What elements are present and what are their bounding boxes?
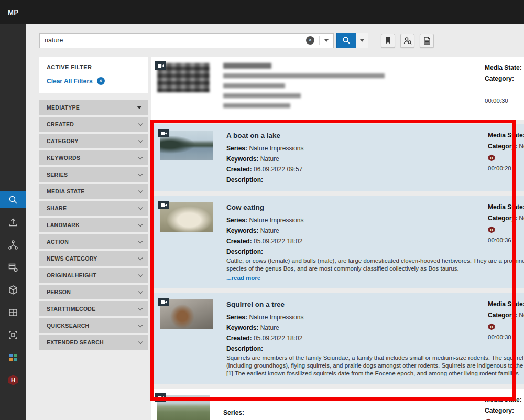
card-text: Squirrel on a treeSeries: Nature Impress…: [226, 299, 524, 378]
user-search-button[interactable]: [400, 34, 414, 48]
filter-group-label: STARTTIMECODE: [47, 306, 139, 312]
filter-group-label: MEDIA STATE: [47, 188, 139, 195]
media-info: Media State:Category: NeH00:00:36: [488, 202, 524, 246]
filter-group-originalheight[interactable]: ORIGINALHEIGHT: [39, 268, 148, 283]
series-line: Series: Nature Impressions: [226, 312, 524, 322]
category-label: Category:: [488, 143, 517, 150]
filter-group-label: LANDMARK: [47, 222, 139, 228]
result-thumbnail[interactable]: [157, 63, 210, 113]
result-title: A boat on a lake: [226, 131, 524, 141]
broadcaster-logo-icon: H: [488, 321, 524, 332]
brand-hexagon-icon: H: [7, 374, 19, 386]
active-filter-title: ACTIVE FILTER: [47, 64, 141, 70]
category-label: Category:: [485, 407, 514, 414]
filter-group-person[interactable]: PERSON: [39, 285, 148, 299]
keywords-label: Keywords:: [226, 324, 258, 331]
keywords-value: Nature: [260, 155, 279, 163]
sidebar-upload-button[interactable]: [0, 213, 26, 231]
filter-group-news-category[interactable]: NEWS CATEGORY: [39, 251, 148, 266]
document-button[interactable]: [420, 34, 434, 48]
description-line-label: Description:: [226, 175, 524, 185]
filter-group-media-state[interactable]: MEDIA STATE: [39, 184, 148, 199]
created-line: Created: 05.09.2022 18:02: [226, 236, 524, 246]
user-search-icon: [403, 37, 412, 45]
broadcaster-logo-icon: H: [485, 416, 524, 420]
description-text-line: Cattle, or cows (female) and bulls (male…: [226, 257, 524, 265]
search-button[interactable]: [336, 33, 356, 48]
search-input[interactable]: [45, 37, 306, 44]
sidebar-workflow-button[interactable]: [0, 236, 26, 253]
series-line: Series: Nature Impressions: [226, 215, 524, 225]
search-suggestions-caret-icon[interactable]: [319, 36, 329, 45]
media-info: Media State:Category: H: [485, 394, 524, 420]
series-value: Nature Impressions: [249, 314, 303, 321]
category-line: Category:: [485, 73, 524, 84]
chevron-down-icon: [138, 255, 143, 260]
redacted-line: [223, 93, 301, 98]
sidebar-brand-hexagon-button[interactable]: H: [0, 371, 26, 389]
filter-group-quicksearch[interactable]: QUICKSEARCH: [39, 318, 148, 333]
broadcaster-logo-icon: H: [488, 152, 524, 163]
media-info: Media State:Category: NeH00:00:20: [488, 130, 524, 174]
filter-panel: ACTIVE FILTER Clear All Filters × MEDIAT…: [39, 57, 148, 352]
filter-group-extended-search[interactable]: EXTENDED SEARCH: [39, 335, 148, 350]
filter-group-created[interactable]: CREATED: [39, 117, 148, 132]
result-card-a-boat-on-a-lake[interactable]: A boat on a lakeSeries: Nature Impressio…: [151, 124, 524, 191]
sidebar-cube-button[interactable]: [0, 281, 26, 298]
created-line: Created: 06.09.2022 09:57: [226, 164, 524, 175]
sidebar-qr-scan-button[interactable]: [0, 326, 26, 343]
filter-group-action[interactable]: ACTION: [39, 234, 148, 249]
filter-group-label: KEYWORDS: [47, 155, 139, 161]
video-camera-badge-icon: [158, 129, 169, 137]
chevron-down-icon: [138, 171, 143, 176]
keywords-value: Nature: [260, 227, 279, 234]
search-options-caret-button[interactable]: [356, 33, 368, 48]
chevron-down-icon: [138, 121, 143, 125]
result-thumbnail[interactable]: [160, 299, 213, 378]
filter-group-category[interactable]: CATEGORY: [39, 134, 148, 148]
result-thumbnail[interactable]: [160, 202, 213, 282]
caret-down-icon: [137, 106, 142, 109]
top-bar: MP: [0, 0, 524, 24]
sidebar-apps-mosaic-button[interactable]: [0, 349, 26, 366]
result-thumbnail[interactable]: [157, 395, 210, 420]
cube-icon: [8, 285, 18, 295]
sidebar-search-button[interactable]: [0, 191, 26, 208]
filter-group-share[interactable]: SHARE: [39, 201, 148, 216]
result-thumbnail[interactable]: [160, 131, 213, 185]
bookmark-button[interactable]: [381, 34, 395, 48]
result-title: Cow eating: [226, 202, 524, 213]
spacer-line: [485, 84, 524, 95]
sidebar-storyboard-button[interactable]: [0, 304, 26, 321]
svg-text:H: H: [490, 156, 493, 159]
series-value: Nature Impressions: [249, 217, 303, 224]
result-card-squirrel-on-a-tree[interactable]: Squirrel on a treeSeries: Nature Impress…: [151, 293, 524, 384]
result-card-cow-eating[interactable]: Cow eatingSeries: Nature ImpressionsKeyw…: [151, 196, 524, 288]
read-more-link[interactable]: ...read more: [226, 274, 524, 282]
media-gear-icon: [8, 262, 18, 273]
sidebar-media-gear-button[interactable]: [0, 259, 26, 276]
filter-group-label: ORIGINALHEIGHT: [47, 272, 139, 278]
search-toolbar: ×: [39, 33, 434, 48]
result-card-partial[interactable]: Series: Keywords: Media State:Category: …: [151, 389, 524, 420]
series-label: Series:: [226, 217, 247, 224]
result-title: [223, 395, 524, 405]
result-card-redacted[interactable]: Media State:Category: 00:00:30: [151, 57, 524, 120]
clear-search-icon[interactable]: ×: [306, 36, 314, 45]
created-value: 05.09.2022 18:02: [254, 335, 302, 342]
filter-group-landmark[interactable]: LANDMARK: [39, 218, 148, 232]
created-line: Created: 05.09.2022 18:02: [226, 333, 524, 343]
filter-group-keywords[interactable]: KEYWORDS: [39, 150, 148, 165]
media-info: Media State:Category: 00:00:30: [485, 62, 524, 106]
storyboard-icon: [8, 307, 18, 318]
filter-group-mediatype[interactable]: MEDIATYPE: [39, 100, 148, 115]
filter-group-starttimecode[interactable]: STARTTIMECODE: [39, 301, 148, 316]
upload-icon: [8, 217, 18, 228]
card-text: Cow eatingSeries: Nature ImpressionsKeyw…: [226, 202, 524, 282]
clear-all-filters-link[interactable]: Clear All Filters ×: [47, 77, 141, 85]
chevron-down-icon: [138, 155, 143, 159]
series-line: Series:: [223, 407, 524, 418]
video-camera-badge-icon: [155, 61, 166, 70]
filter-group-series[interactable]: SERIES: [39, 167, 148, 182]
chevron-down-icon: [138, 322, 143, 327]
